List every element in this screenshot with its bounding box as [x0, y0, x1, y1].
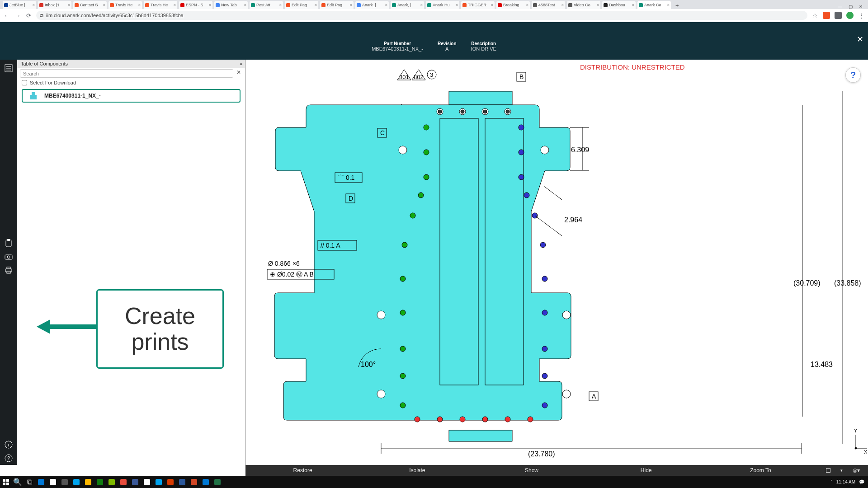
new-tab-button[interactable]: + [673, 2, 682, 9]
task-item[interactable] [71, 476, 82, 488]
browser-tab[interactable]: Edit Pag× [285, 1, 318, 9]
help-fab[interactable]: ? [845, 67, 861, 83]
browser-tab[interactable]: Travis He× [108, 1, 142, 9]
notifications-icon[interactable]: 💬 [859, 479, 864, 484]
svg-point-40 [424, 150, 429, 155]
dim-100: 100° [361, 361, 376, 368]
task-item[interactable] [188, 476, 200, 488]
browser-tab[interactable]: Edit Pag× [320, 1, 354, 9]
clipboard-icon[interactable] [4, 238, 14, 248]
extensions-icon[interactable] [835, 12, 842, 19]
select-for-download[interactable]: Select For Download [17, 79, 245, 88]
omnibox[interactable]: ⧉ iim.cloud.anark.com/feed/activity/65c3… [36, 11, 807, 20]
star-icon[interactable]: ☆ [812, 12, 818, 19]
restore-button[interactable]: Restore [245, 467, 360, 474]
svg-point-68 [541, 146, 549, 154]
browser-tab[interactable]: Anark Hu× [426, 1, 459, 9]
search-input[interactable] [20, 69, 233, 78]
svg-text:i: i [8, 442, 9, 447]
browser-tab[interactable]: Anark_|× [355, 1, 389, 9]
view-icon[interactable]: ◎▾ [853, 467, 860, 474]
taskbar: 🔍 ⧉ ˄ 11:14 AM 💬 [0, 476, 868, 488]
task-item[interactable] [200, 476, 212, 488]
app-header: ✕ Part Number MBE67400311-1_NX_- Revisio… [0, 33, 868, 60]
svg-point-59 [542, 373, 547, 379]
svg-point-53 [524, 192, 529, 198]
browser-tab[interactable]: Travis He× [144, 1, 177, 9]
url-text: iim.cloud.anark.com/feed/activity/65c3c1… [46, 13, 184, 18]
browser-tab[interactable]: Dashboa× [602, 1, 636, 9]
task-item[interactable] [212, 476, 223, 488]
layout-icon[interactable] [826, 468, 830, 473]
camera-icon[interactable] [4, 252, 14, 262]
datum-c: C [380, 129, 385, 136]
print-icon[interactable] [4, 265, 14, 275]
browser-tab[interactable]: Anark, |× [391, 1, 424, 9]
help-icon[interactable]: ? [4, 453, 14, 463]
browser-tab[interactable]: Breaking× [496, 1, 530, 9]
svg-rect-16 [30, 95, 37, 99]
browser-tab[interactable]: Inbox (1× [38, 1, 71, 9]
task-item[interactable] [165, 476, 176, 488]
kebab-menu-icon[interactable]: ⋮ [858, 12, 864, 19]
task-item[interactable] [118, 476, 129, 488]
task-item[interactable] [141, 476, 153, 488]
drawing-canvas[interactable]: DISTRIBUTION: UNRESTRICTED (23.780) 13.4… [245, 60, 868, 465]
svg-rect-15 [32, 92, 35, 95]
dim-23780: (23.780) [528, 450, 555, 458]
task-item[interactable] [35, 476, 47, 488]
task-item[interactable] [47, 476, 59, 488]
start-button[interactable] [0, 476, 12, 488]
browser-tab[interactable]: TRIGGER× [461, 1, 495, 9]
sidebar-header: Table of Components » [17, 60, 245, 68]
tree-item[interactable]: MBE67400311-1_NX_- [22, 89, 241, 103]
svg-point-39 [424, 125, 429, 130]
profile-icon[interactable] [846, 12, 854, 19]
browser-tab[interactable]: Anark Co× [637, 1, 671, 9]
hide-button[interactable]: Hide [589, 467, 703, 474]
clear-search-icon[interactable]: ✕ [235, 69, 242, 78]
system-tray[interactable]: ˄ 11:14 AM 💬 [830, 479, 868, 484]
tree-icon[interactable] [4, 63, 14, 73]
search-icon[interactable]: 🔍 [12, 476, 24, 488]
svg-rect-91 [6, 483, 9, 485]
browser-tab[interactable]: New Tab× [214, 1, 248, 9]
reload-icon[interactable]: ⟳ [25, 12, 32, 19]
datum-b: B [519, 73, 524, 80]
callout: Create prints [96, 289, 224, 369]
isolate-button[interactable]: Isolate [360, 467, 474, 474]
part-body [274, 91, 571, 441]
back-icon[interactable]: ← [4, 12, 10, 19]
browser-tab[interactable]: Video Co× [567, 1, 600, 9]
task-item[interactable] [59, 476, 71, 488]
task-item[interactable] [94, 476, 106, 488]
task-item[interactable] [129, 476, 141, 488]
browser-tab[interactable]: 4588Test× [532, 1, 565, 9]
browser-tab[interactable]: Contact S× [73, 1, 107, 9]
svg-point-36 [483, 110, 487, 113]
info-icon[interactable]: i [4, 440, 14, 450]
svg-point-32 [438, 110, 442, 113]
task-item[interactable] [82, 476, 94, 488]
svg-point-64 [482, 417, 488, 422]
close-icon[interactable]: ✕ [857, 34, 863, 44]
task-item[interactable] [106, 476, 118, 488]
browser-tab[interactable]: JetBlue |× [3, 1, 36, 9]
extension-icon-1[interactable] [823, 12, 830, 19]
svg-marker-18 [37, 319, 50, 334]
show-button[interactable]: Show [474, 467, 589, 474]
zoom-button[interactable]: Zoom To [703, 467, 818, 474]
svg-point-51 [519, 150, 524, 155]
select-download-checkbox[interactable] [22, 80, 27, 85]
task-item[interactable] [176, 476, 188, 488]
svg-point-42 [418, 192, 424, 198]
forward-icon[interactable]: → [14, 12, 21, 19]
svg-point-58 [542, 346, 547, 352]
tray-chevron-icon[interactable]: ˄ [830, 479, 833, 484]
browser-tab[interactable]: Post Att× [250, 1, 283, 9]
window-controls[interactable]: —▢✕ [838, 4, 865, 9]
taskview-icon[interactable]: ⧉ [24, 476, 35, 488]
collapse-icon[interactable]: » [240, 61, 241, 66]
task-item[interactable] [153, 476, 165, 488]
browser-tab[interactable]: ESPN - S× [179, 1, 212, 9]
